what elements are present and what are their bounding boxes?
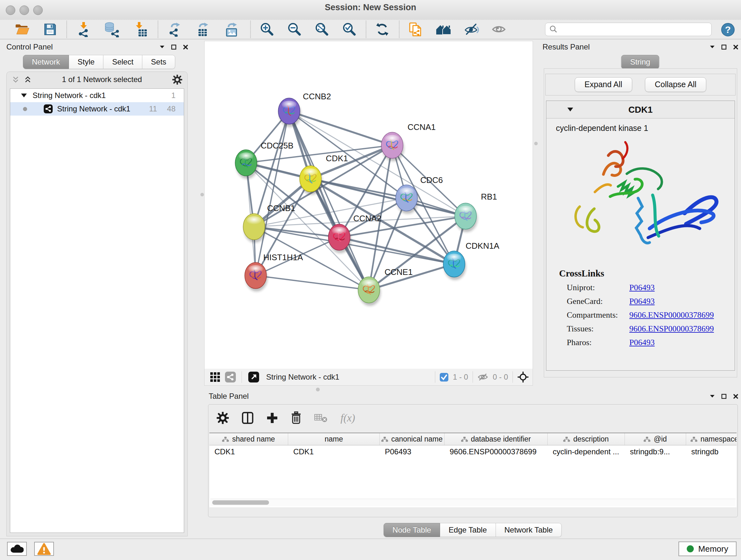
tab-network-table[interactable]: Network Table <box>496 523 562 537</box>
open-in-new-window-icon[interactable] <box>248 372 259 382</box>
tab-edge-table[interactable]: Edge Table <box>440 523 496 537</box>
network-node-rb1[interactable] <box>455 203 477 232</box>
crosslink-row-genecard: GeneCard: P06493 <box>567 297 735 306</box>
network-options-gear-icon[interactable] <box>172 75 182 84</box>
table-settings-gear-icon[interactable] <box>217 412 229 424</box>
birds-eye-view-icon[interactable] <box>517 371 529 383</box>
zoom-fit-icon[interactable] <box>315 22 329 37</box>
warnings-button[interactable] <box>34 542 54 556</box>
export-table-icon[interactable] <box>196 22 211 37</box>
panel-close-icon[interactable] <box>183 44 188 50</box>
expand-all-button[interactable]: Expand All <box>575 77 632 92</box>
network-share-badge-icon[interactable] <box>225 372 236 382</box>
search-input[interactable] <box>557 24 708 34</box>
delete-column-trash-icon[interactable] <box>291 411 301 425</box>
panel-float-icon[interactable] <box>721 44 727 50</box>
first-neighbors-icon[interactable] <box>435 23 452 36</box>
selected-checkbox-icon[interactable] <box>440 373 448 381</box>
panel-float-icon[interactable] <box>171 44 177 50</box>
network-graph[interactable]: CCNB2CCNA1CDC25BCDK1CDC6RB1CCNB1CCNA2CDK… <box>205 41 533 368</box>
horizontal-scrollbar[interactable] <box>210 499 736 506</box>
crosslink-link[interactable]: P06493 <box>629 297 655 306</box>
network-node-ccna2[interactable] <box>328 224 351 253</box>
hide-graphics-details-icon[interactable] <box>464 22 479 37</box>
crosslink-link[interactable]: P06493 <box>629 283 655 293</box>
network-node-cdkn1a[interactable] <box>443 251 466 280</box>
tab-node-table[interactable]: Node Table <box>384 523 440 537</box>
network-edge-ccnb1-ccna2[interactable] <box>254 227 339 237</box>
import-network-database-icon[interactable] <box>104 21 119 37</box>
refresh-view-icon[interactable] <box>375 22 389 37</box>
show-graphics-details-icon[interactable] <box>491 23 506 36</box>
network-canvas[interactable]: CCNB2CCNA1CDC25BCDK1CDC6RB1CCNB1CCNA2CDK… <box>204 41 533 369</box>
panel-close-icon[interactable] <box>733 44 738 50</box>
window-title: Session: New Session <box>0 0 741 13</box>
open-session-icon[interactable] <box>15 23 30 36</box>
import-table-icon[interactable] <box>133 22 148 37</box>
tab-style[interactable]: Style <box>69 55 104 69</box>
collection-expand-icon[interactable] <box>21 94 27 98</box>
node-label-ccna2: CCNA2 <box>353 213 381 223</box>
expand-all-networks-icon[interactable] <box>24 76 31 83</box>
network-row-selected[interactable]: String Network - cdk1 11 48 <box>10 102 184 116</box>
network-node-ccne1[interactable] <box>358 277 381 306</box>
column-header-description[interactable]: description <box>548 433 625 445</box>
duplicate-network-icon[interactable] <box>408 22 423 37</box>
crosslink-link[interactable]: 9606.ENSP00000378699 <box>629 324 714 334</box>
left-divider-handle[interactable] <box>200 193 204 196</box>
column-header-canonical-name[interactable]: canonical name <box>380 433 445 445</box>
tab-string[interactable]: String <box>621 55 659 69</box>
panel-menu-icon[interactable] <box>159 45 165 49</box>
toolbar-separator <box>158 21 158 38</box>
export-network-icon[interactable] <box>168 22 183 37</box>
toolbar-separator <box>366 21 366 38</box>
protein-card-header[interactable]: CDK1 <box>546 101 735 118</box>
network-view: CCNB2CCNA1CDC25BCDK1CDC6RB1CCNB1CCNA2CDK… <box>204 41 533 391</box>
tab-select[interactable]: Select <box>104 55 142 69</box>
crosslink-link[interactable]: 9606.ENSP00000378699 <box>629 310 714 320</box>
column-header-namespace[interactable]: namespace <box>686 433 737 445</box>
help-icon[interactable]: ? <box>721 22 735 37</box>
collapse-all-networks-icon[interactable] <box>12 76 19 83</box>
column-header-name[interactable]: name <box>288 433 380 445</box>
network-edge-ccnb2-ccne1[interactable] <box>289 111 369 290</box>
cloud-status-button[interactable] <box>7 542 27 556</box>
crosslink-link[interactable]: P06493 <box>629 338 655 348</box>
memory-button[interactable]: Memory <box>678 542 737 556</box>
network-edge-ccnb2-rb1[interactable] <box>289 111 466 216</box>
scrollbar-thumb[interactable] <box>212 500 269 505</box>
zoom-out-icon[interactable] <box>287 22 301 37</box>
zoom-selected-icon[interactable] <box>342 22 356 37</box>
save-session-icon[interactable] <box>44 23 57 36</box>
zoom-in-icon[interactable] <box>260 22 274 37</box>
network-node-cdc25b[interactable] <box>235 150 258 179</box>
grid-view-icon[interactable] <box>210 372 220 382</box>
search-field[interactable] <box>545 23 712 36</box>
panel-menu-icon[interactable] <box>710 395 715 398</box>
hidden-eye-slash-icon[interactable] <box>477 373 488 381</box>
add-column-icon[interactable] <box>266 412 278 424</box>
node-label-cdc25b: CDC25B <box>261 141 293 150</box>
cell-namespace: stringdb <box>686 447 737 456</box>
collapse-all-button[interactable]: Collapse All <box>645 77 706 92</box>
tab-network[interactable]: Network <box>23 55 69 69</box>
network-edge-ccnb2-ccna1[interactable] <box>289 111 392 145</box>
panel-float-icon[interactable] <box>721 394 727 399</box>
network-edge-hist1h1a-ccne1[interactable] <box>256 275 369 290</box>
column-header-id[interactable]: @id <box>625 433 686 445</box>
network-collection-row[interactable]: String Network - cdk1 1 <box>10 89 184 102</box>
column-header-shared-name[interactable]: shared name <box>209 433 288 445</box>
show-columns-icon[interactable] <box>242 412 254 424</box>
export-image-icon[interactable] <box>225 22 239 37</box>
network-node-ccnb2[interactable] <box>278 98 301 127</box>
table-row[interactable]: CDK1 CDK1 P06493 9606.ENSP00000378699 cy… <box>209 445 737 458</box>
import-network-icon[interactable] <box>77 22 91 37</box>
network-node-hist1h1a[interactable] <box>245 262 267 292</box>
panel-close-icon[interactable] <box>733 394 738 399</box>
tab-sets[interactable]: Sets <box>142 55 175 69</box>
right-divider-handle[interactable] <box>534 142 538 145</box>
toolbar-separator <box>66 21 67 38</box>
column-header-database-identifier[interactable]: database identifier <box>445 433 548 445</box>
panel-menu-icon[interactable] <box>710 45 715 49</box>
table-panel: Table Panel f(x) shared name name ca <box>204 390 741 539</box>
